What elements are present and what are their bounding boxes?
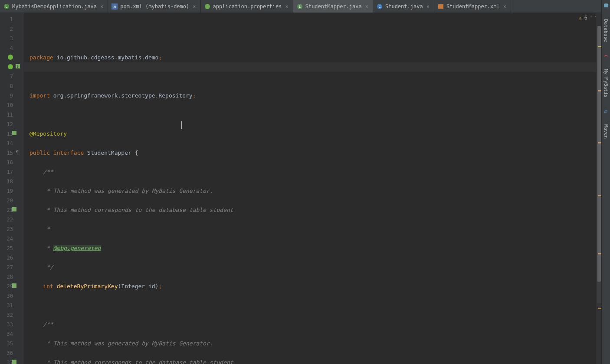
svg-text:¶: ¶ [16,150,19,156]
svg-rect-19 [604,4,608,7]
close-icon[interactable]: × [192,3,197,10]
vertical-scrollbar[interactable] [597,26,601,303]
tool-maven[interactable]: Maven [602,123,610,140]
svg-rect-13 [12,131,16,135]
active-line-highlight [24,62,601,72]
java-class-icon: C [377,3,383,10]
svg-text:m: m [113,4,116,9]
mybatis-icon[interactable] [603,52,609,58]
close-icon[interactable]: × [364,3,369,10]
svg-text:C: C [378,4,380,9]
tab-label: MybatisDemoApplication.java [12,3,97,10]
tab-student-mapper-java[interactable]: I StudentMapper.java × [293,0,373,13]
svg-rect-12 [16,64,20,68]
has-implementations-icon[interactable] [11,359,18,364]
svg-rect-15 [12,207,16,211]
code-editor[interactable]: package io.github.cdgeass.mybatis.demo; … [24,13,601,364]
editor-gutter[interactable]: 1234567891011121314151617181920212223242… [0,13,24,364]
svg-rect-17 [12,360,16,364]
svg-point-10 [8,55,13,60]
java-class-icon: C [3,3,10,10]
java-interface-icon: I [297,3,303,10]
svg-rect-16 [12,283,16,288]
svg-point-4 [205,4,210,9]
svg-text:C: C [5,4,7,9]
tab-label: Student.java [385,3,423,10]
xml-icon [438,3,444,10]
tab-mybatis-demo-application[interactable]: C MybatisDemoApplication.java × [0,0,108,13]
stripe-marker[interactable] [598,308,601,309]
close-icon[interactable]: × [426,3,430,10]
tab-pom-xml[interactable]: m pom.xml (mybatis-demo) × [108,0,200,13]
properties-icon [204,3,210,10]
database-icon[interactable] [603,3,609,9]
right-tool-rail: Database My MyBatis m Maven [601,0,610,364]
tab-student-mapper-xml[interactable]: StudentMapper.xml × [434,0,511,13]
tab-label: StudentMapper.xml [446,3,500,10]
spring-bean-icon[interactable] [7,63,14,70]
svg-point-11 [8,64,13,69]
tool-my-mybatis[interactable]: My MyBatis [602,67,610,99]
svg-rect-9 [438,4,443,9]
close-icon[interactable]: × [284,3,289,10]
has-implementations-icon[interactable] [11,130,18,137]
tool-database[interactable]: Database [602,17,610,44]
has-implementations-icon[interactable] [15,63,22,70]
editor-area: 1234567891011121314151617181920212223242… [0,13,601,364]
scrollbar-thumb[interactable] [597,26,601,282]
close-icon[interactable]: × [99,3,104,10]
paragraph-icon[interactable]: ¶ [15,149,22,156]
tab-application-properties[interactable]: application.properties × [201,0,293,13]
maven-icon[interactable]: m [603,108,609,114]
svg-text:m: m [604,108,608,114]
editor-tab-bar: C MybatisDemoApplication.java × m pom.xm… [0,0,610,13]
tab-label: application.properties [213,3,282,10]
text-cursor [181,121,182,129]
tab-label: StudentMapper.java [305,3,362,10]
tab-label: pom.xml (mybatis-demo) [120,3,189,10]
spring-bean-icon[interactable] [7,54,14,61]
close-icon[interactable]: × [502,3,507,10]
maven-icon: m [112,3,118,10]
svg-text:I: I [298,4,301,9]
tab-student-java[interactable]: C Student.java × [373,0,434,13]
has-implementations-icon[interactable] [11,283,18,289]
has-implementations-icon[interactable] [11,206,18,213]
